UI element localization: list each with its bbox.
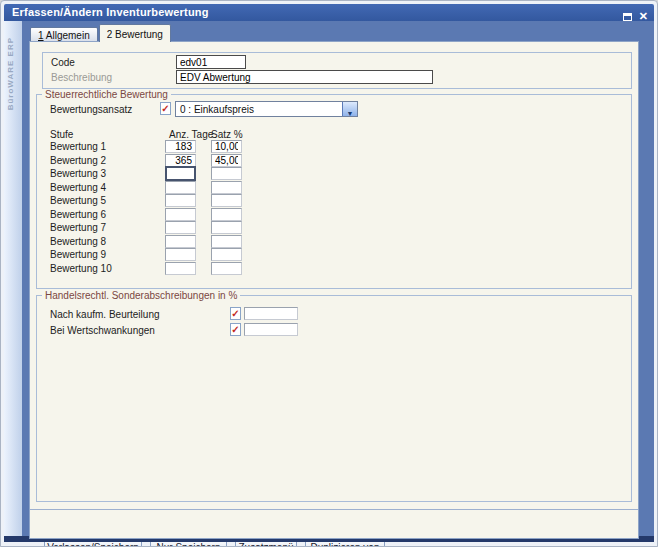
anz-tage-input-4[interactable]	[165, 181, 196, 194]
row-label-bewertung-1: Bewertung 1	[50, 141, 106, 152]
field-check-icon[interactable]: ✓	[230, 307, 241, 320]
close-icon[interactable]: ✕	[639, 11, 648, 22]
window-title: Erfassen/Ändern Inventurbewertung	[12, 6, 209, 18]
column-header-satz: Satz %	[211, 129, 243, 140]
tab-strip: 1 Allgemein 2 Bewertung	[30, 24, 172, 42]
window-body: BüroWARE ERP 1 Allgemein 2 Bewertung Cod…	[4, 21, 654, 542]
dropdown-selected-value: 0 : Einkaufspreis	[180, 104, 254, 115]
tab-page-bewertung: Code Beschreibung Steuerrechtliche Bewer…	[29, 41, 639, 539]
satz-input-3[interactable]	[211, 167, 242, 180]
brand-banner: BüroWARE ERP	[4, 21, 22, 542]
row-label-bewertung-9: Bewertung 9	[50, 249, 106, 260]
satz-input-9[interactable]	[211, 248, 242, 261]
tab-bewertung[interactable]: 2 Bewertung	[99, 24, 171, 42]
satz-input-1[interactable]	[211, 140, 242, 153]
panel-bottom-divider	[30, 509, 638, 510]
wertschwankungen-input[interactable]	[244, 323, 298, 336]
row-label-bewertung-5: Bewertung 5	[50, 195, 106, 206]
column-header-stufe: Stufe	[50, 129, 73, 140]
code-input[interactable]	[176, 55, 246, 69]
satz-input-7[interactable]	[211, 221, 242, 234]
anz-tage-input-3-focused[interactable]	[165, 166, 196, 181]
app-window: Erfassen/Ändern Inventurbewertung ✕ Büro…	[0, 0, 658, 547]
row-label-bewertung-7: Bewertung 7	[50, 222, 106, 233]
title-bar: Erfassen/Ändern Inventurbewertung ✕	[4, 4, 654, 21]
chevron-down-icon[interactable]: ▼	[342, 102, 357, 116]
anz-tage-input-10[interactable]	[165, 262, 196, 275]
satz-input-5[interactable]	[211, 194, 242, 207]
bewertungsansatz-label: Bewertungsansatz	[50, 104, 132, 115]
anz-tage-input-9[interactable]	[165, 248, 196, 261]
anz-tage-input-6[interactable]	[165, 208, 196, 221]
column-header-anz-tage: Anz. Tage	[169, 129, 213, 140]
wertschwankungen-label: Bei Wertschwankungen	[50, 325, 155, 336]
anz-tage-input-7[interactable]	[165, 221, 196, 234]
tax-group-title: Steuerrechtliche Bewertung	[42, 89, 171, 100]
code-label: Code	[51, 57, 75, 68]
row-label-bewertung-4: Bewertung 4	[50, 182, 106, 193]
row-label-bewertung-10: Bewertung 10	[50, 263, 112, 274]
tax-group-box: Steuerrechtliche Bewertung	[36, 94, 632, 289]
satz-input-4[interactable]	[211, 181, 242, 194]
beschreibung-label: Beschreibung	[51, 72, 112, 83]
nach-kaufm-input[interactable]	[244, 307, 298, 320]
brand-vertical-text: BüroWARE ERP	[6, 37, 15, 110]
row-label-bewertung-6: Bewertung 6	[50, 209, 106, 220]
satz-input-10[interactable]	[211, 262, 242, 275]
anz-tage-input-5[interactable]	[165, 194, 196, 207]
row-label-bewertung-3: Bewertung 3	[50, 168, 106, 179]
header-fields-box: Code Beschreibung	[42, 52, 632, 89]
nach-kaufm-label: Nach kaufm. Beurteilung	[50, 309, 160, 320]
row-label-bewertung-2: Bewertung 2	[50, 155, 106, 166]
satz-input-8[interactable]	[211, 235, 242, 248]
beschreibung-input[interactable]	[176, 70, 433, 84]
row-label-bewertung-8: Bewertung 8	[50, 236, 106, 247]
anz-tage-input-8[interactable]	[165, 235, 196, 248]
trade-group-title: Handelsrechtl. Sonderabschreibungen in %	[42, 290, 240, 301]
satz-input-2[interactable]	[211, 154, 242, 167]
field-check-icon[interactable]: ✓	[230, 323, 241, 336]
bewertungsansatz-dropdown[interactable]: 0 : Einkaufspreis ▼	[175, 101, 358, 117]
tab-allgemein[interactable]: 1 Allgemein	[30, 27, 98, 42]
field-check-icon[interactable]: ✓	[160, 102, 171, 115]
satz-input-6[interactable]	[211, 208, 242, 221]
anz-tage-input-1[interactable]	[165, 140, 196, 153]
